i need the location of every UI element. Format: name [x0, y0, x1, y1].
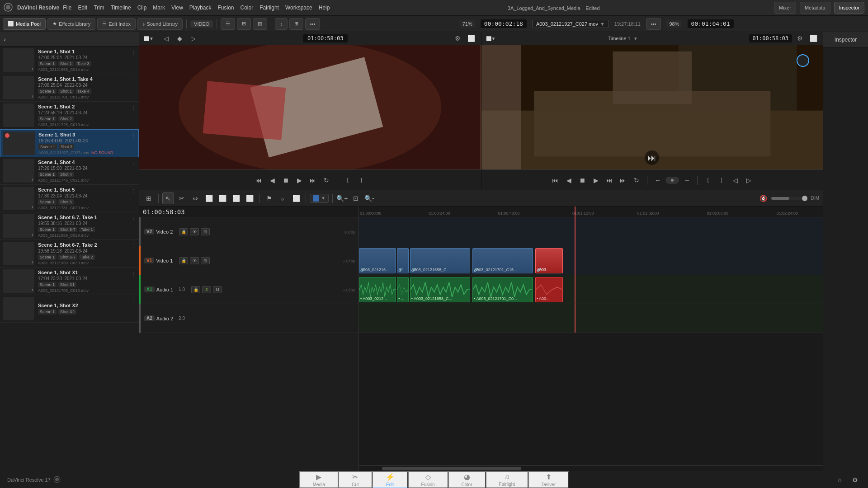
- item-more-icon[interactable]: ⋮: [132, 105, 136, 110]
- track-color-selector[interactable]: ▼: [310, 194, 329, 203]
- video-clip[interactable]: 🔗 A.: [397, 248, 409, 273]
- audio-mute[interactable]: 🔇: [758, 192, 769, 204]
- list-item[interactable]: ♪ Scene 1, Shot 6-7, Take 2 19:58:19:18 …: [0, 240, 139, 267]
- prog-play[interactable]: ▶: [590, 174, 602, 186]
- source-in-mark[interactable]: [: [342, 174, 354, 186]
- nav-edit[interactable]: ⚡ Edit: [372, 471, 408, 488]
- item-more-icon[interactable]: ⋮: [132, 271, 136, 276]
- menu-timeline[interactable]: Timeline: [111, 5, 131, 11]
- prog-next-frame[interactable]: ⏭: [604, 174, 615, 186]
- item-more-icon[interactable]: ⋮: [131, 133, 136, 138]
- prog-play-reverse[interactable]: ◀: [563, 174, 575, 186]
- item-more-icon[interactable]: ⋮: [132, 244, 136, 249]
- source-fullscreen[interactable]: ⬜: [466, 33, 477, 44]
- timeline-dropdown-icon[interactable]: ▼: [633, 36, 638, 41]
- marker-tool[interactable]: ⬦: [277, 192, 288, 204]
- track-v1-lock[interactable]: 🔒: [179, 257, 188, 264]
- jog-back[interactable]: ←: [652, 174, 664, 186]
- item-more-icon[interactable]: ⋮: [132, 299, 136, 304]
- more-timecode[interactable]: •••: [646, 18, 661, 30]
- mixer-button[interactable]: Mixer: [774, 2, 796, 14]
- nav-media[interactable]: ▶ Media: [299, 471, 338, 488]
- more-tool[interactable]: ⬜: [290, 192, 302, 204]
- source-play-reverse[interactable]: ◀: [266, 174, 278, 186]
- nav-fairlight[interactable]: ♫ Fairlight: [486, 471, 528, 488]
- track-v2-eye[interactable]: 👁: [190, 228, 199, 235]
- prog-view-options[interactable]: ⬜▼: [485, 33, 497, 44]
- menu-fusion[interactable]: Fusion: [218, 5, 234, 11]
- menu-color[interactable]: Color: [241, 5, 254, 11]
- menu-edit[interactable]: Edit: [78, 5, 88, 11]
- video-clip[interactable]: 🔗 A003...: [535, 248, 563, 273]
- timeline-snap[interactable]: ⊞: [143, 192, 155, 204]
- source-in-point[interactable]: ◁: [160, 33, 172, 44]
- source-out-mark[interactable]: ]: [355, 174, 367, 186]
- insert-tool[interactable]: ⬜: [203, 192, 215, 204]
- list-item[interactable]: ♪ Scene 1, Shot 5 17:30:23:04 2021-03-24…: [0, 185, 139, 212]
- list-item[interactable]: Scene 1, Shot 3 19:26:49:03 2021-03-24 S…: [0, 129, 139, 157]
- source-first-frame[interactable]: ⏮: [253, 174, 264, 186]
- prog-first-frame[interactable]: ⏮: [549, 174, 561, 186]
- sound-library-button[interactable]: ♪ Sound Library: [137, 18, 183, 30]
- more-btn[interactable]: •••: [305, 18, 321, 30]
- timeline-scrollbar[interactable]: [359, 465, 823, 471]
- source-play[interactable]: ▶: [293, 174, 305, 186]
- audio-clip[interactable]: • ...: [397, 277, 409, 302]
- list-item[interactable]: ♪ Scene 1, Shot 1, Take 4 17:00:25:04 20…: [0, 74, 139, 102]
- jog-fwd[interactable]: →: [681, 174, 693, 186]
- menu-playback[interactable]: Playback: [189, 5, 212, 11]
- audio-clip[interactable]: • A00...: [535, 277, 563, 302]
- source-settings[interactable]: ⚙: [452, 33, 464, 44]
- source-view-options[interactable]: ⬜▼: [143, 33, 155, 44]
- settings-button[interactable]: ⚙: [849, 474, 861, 486]
- menu-clip[interactable]: Clip: [137, 5, 147, 11]
- inspector-button[interactable]: Inspector: [834, 2, 864, 14]
- zoom-fit[interactable]: ⊡: [350, 192, 362, 204]
- source-marker[interactable]: ◆: [174, 33, 185, 44]
- blade-tool[interactable]: ✂: [176, 192, 188, 204]
- source-out-point[interactable]: ▷: [187, 33, 199, 44]
- track-v1-eye[interactable]: 👁: [190, 257, 199, 264]
- track-v2-opt[interactable]: ⊞: [201, 228, 210, 235]
- view-grid[interactable]: ⊞: [237, 18, 251, 30]
- prog-last-frame[interactable]: ⏭: [617, 174, 629, 186]
- sort-btn[interactable]: ↕: [275, 18, 288, 30]
- menu-view[interactable]: View: [171, 5, 183, 11]
- ripple-tool[interactable]: ⬜: [230, 192, 242, 204]
- list-item[interactable]: Scene 1, Shot X2 Scene 1 Shot X2 ⋮: [0, 295, 139, 323]
- view-list[interactable]: ☰: [221, 18, 235, 30]
- nav-deliver[interactable]: ⬆ Deliver: [528, 471, 569, 488]
- effects-library-button[interactable]: ★ Effects Library: [47, 18, 95, 30]
- go-in[interactable]: ◁: [729, 174, 741, 186]
- track-a1-lock[interactable]: 🔒: [191, 286, 200, 293]
- flag-tool[interactable]: ⚑: [263, 192, 275, 204]
- item-more-icon[interactable]: ⋮: [132, 216, 136, 221]
- item-more-icon[interactable]: ⋮: [132, 161, 136, 166]
- source-loop[interactable]: ↻: [321, 174, 332, 186]
- list-item[interactable]: ♪ Scene 1, Shot 6-7, Take 1 19:55:38:16 …: [0, 212, 139, 240]
- menu-trim[interactable]: Trim: [94, 5, 104, 11]
- nav-color[interactable]: ◕ Color: [448, 471, 486, 488]
- menu-file[interactable]: File: [63, 5, 71, 11]
- dynamic-trim[interactable]: ⇔: [189, 192, 201, 204]
- video-clip[interactable]: 🔗 A003_021216...: [359, 248, 396, 273]
- list-item[interactable]: ♪ Scene 1, Shot 1 17:00:25:04 2021-03-24…: [0, 47, 139, 74]
- replace-tool[interactable]: ⬜: [244, 192, 255, 204]
- overwrite-tool[interactable]: ⬜: [217, 192, 228, 204]
- prog-fullscreen[interactable]: ⬜: [807, 33, 819, 44]
- track-v1-opt[interactable]: ⊞: [201, 257, 210, 264]
- video-clip[interactable]: 🔗 A003_02121701_C15...: [472, 248, 533, 273]
- list-item[interactable]: ♪ Scene 1, Shot 4 17:26:15:00 2021-03-24…: [0, 157, 139, 185]
- track-v2-lock[interactable]: 🔒: [179, 228, 188, 235]
- list-item[interactable]: Scene 1, Shot 2 17:23:58:19 2021-03-24 S…: [0, 102, 139, 129]
- list-item[interactable]: ♪ Scene 1, Shot X1 17:04:23:23 2021-03-2…: [0, 267, 139, 295]
- select-tool[interactable]: ↖: [162, 192, 174, 204]
- metadata-button[interactable]: Metadata: [800, 2, 830, 14]
- zoom-in[interactable]: 🔍+: [336, 192, 348, 204]
- filename-dropdown-icon[interactable]: ▼: [600, 21, 605, 27]
- audio-fader[interactable]: [771, 197, 807, 200]
- prog-settings[interactable]: ⚙: [794, 33, 806, 44]
- go-out[interactable]: ▷: [743, 174, 755, 186]
- prog-stop[interactable]: ⏹: [576, 174, 588, 186]
- view-thumb[interactable]: ▤: [253, 18, 267, 30]
